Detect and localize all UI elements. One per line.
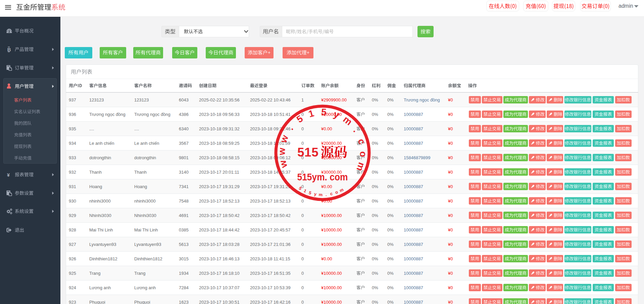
svg-text:515ym. com: 515ym. com bbox=[297, 172, 348, 182]
svg-text:y: y bbox=[314, 191, 317, 197]
svg-text:o: o bbox=[358, 151, 369, 157]
svg-text:5: 5 bbox=[295, 113, 305, 125]
svg-text:o: o bbox=[335, 189, 339, 195]
svg-text:1: 1 bbox=[303, 188, 307, 194]
svg-text:5: 5 bbox=[308, 190, 312, 196]
svg-text:c: c bbox=[356, 138, 367, 146]
svg-text:w: w bbox=[277, 147, 287, 156]
svg-text:1: 1 bbox=[307, 108, 315, 119]
svg-text:w: w bbox=[277, 159, 289, 170]
svg-text:¥: ¥ bbox=[7, 172, 10, 178]
svg-text:w: w bbox=[278, 134, 290, 144]
svg-text:5: 5 bbox=[298, 185, 303, 191]
svg-text:y: y bbox=[332, 109, 341, 121]
svg-text:m: m bbox=[354, 161, 367, 173]
svg-text:m: m bbox=[339, 187, 344, 193]
svg-text:.: . bbox=[351, 126, 361, 134]
svg-text:.: . bbox=[286, 124, 295, 132]
svg-text:.: . bbox=[325, 192, 327, 197]
svg-text:m: m bbox=[318, 192, 323, 197]
svg-text:515: 515 bbox=[297, 145, 318, 159]
svg-text:5: 5 bbox=[321, 107, 327, 118]
svg-text:c: c bbox=[330, 191, 333, 197]
